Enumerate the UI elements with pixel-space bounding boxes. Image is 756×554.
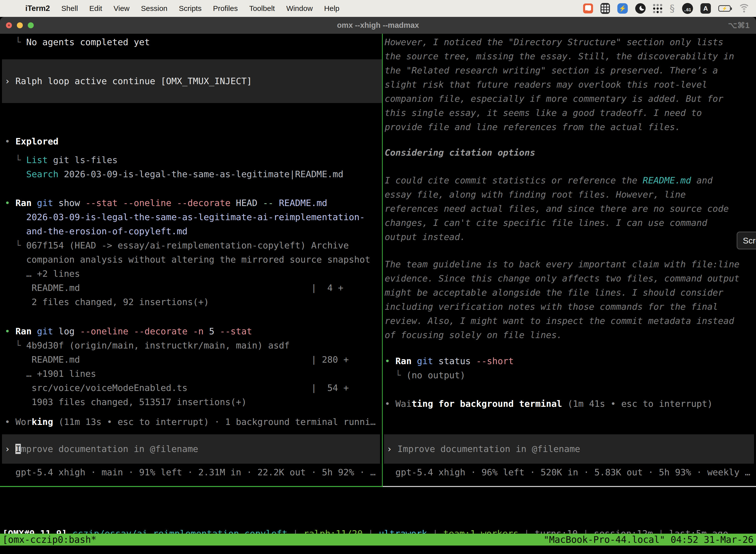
menu-item-scripts[interactable]: Scripts [179, 0, 202, 17]
grid-shield-icon[interactable] [601, 3, 610, 14]
tool-call-git-log: • Ran git log --oneline --decorate -n 5 … [0, 324, 349, 409]
right-agent-pane[interactable]: However, I noticed the "Directory Struct… [383, 34, 756, 521]
zoom-button[interactable] [28, 22, 34, 28]
battery-bolt-icon: ⚡ [722, 6, 727, 11]
macos-menu-bar: iTerm2 Shell Edit View Session Scripts P… [0, 0, 756, 17]
input-source-icon[interactable]: A [700, 3, 711, 14]
prompt-input-left[interactable]: › Improve documentation in @filename [2, 434, 380, 464]
zap-badge-icon[interactable]: ⚡ [617, 3, 628, 14]
working-status-line: • Working (11m 13s • esc to interrupt) ·… [0, 415, 376, 429]
squiggle-icon[interactable]: § [670, 3, 675, 14]
minimize-button[interactable] [17, 22, 23, 28]
terminal-content: └ No agents completed yet › Ralph loop a… [0, 34, 756, 554]
battery-percent-icon[interactable]: ..61 [682, 3, 693, 14]
close-button[interactable] [6, 22, 12, 28]
explored-header: • Explored [0, 134, 59, 149]
tmux-session-label[interactable]: [omx-cczip0:bash* [2, 535, 97, 545]
model-status-line-right: gpt-5.4 xhigh · 96% left · 520K in · 5.8… [383, 465, 750, 479]
tool-call-git-show: • Ran git show --stat --oneline --decora… [0, 196, 370, 309]
window-shortcut: ⌥⌘1 [728, 20, 750, 30]
thinking-paragraph-2: I could cite commit statistics or refere… [383, 173, 729, 244]
agents-status-line: └ No agents completed yet [0, 35, 150, 49]
battery-icon[interactable]: ⚡ [718, 5, 731, 12]
menu-status-icons: ⚡ § ..61 A ⚡ [583, 3, 756, 14]
thinking-paragraph-3: The team guideline is to back every impo… [383, 257, 739, 342]
model-status-line-left: gpt-5.4 xhigh · main · 91% left · 2.31M … [0, 465, 376, 479]
chat-app-icon[interactable] [583, 3, 593, 13]
wifi-icon[interactable] [738, 4, 750, 13]
window-title: omx --xhigh --madmax [337, 21, 419, 30]
right-pane-bottom-border [383, 486, 756, 487]
menu-item-edit[interactable]: Edit [89, 0, 102, 17]
menu-item-toolbelt[interactable]: Toolbelt [249, 0, 275, 17]
screen-share-overlay[interactable]: Scre [737, 232, 756, 250]
dark-mode-icon[interactable] [635, 3, 646, 14]
thinking-paragraph-1: However, I noticed the "Directory Struct… [383, 35, 734, 134]
tmux-status-bar: [omx-cczip0:bash* "MacBook-Pro-44.local"… [0, 534, 756, 546]
menu-item-help[interactable]: Help [324, 0, 339, 17]
menu-item-view[interactable]: View [114, 0, 129, 17]
left-pane-bottom-border [0, 486, 382, 487]
menu-item-window[interactable]: Window [286, 0, 313, 17]
thinking-heading: Considering citation options [383, 146, 535, 160]
ralph-loop-box: › Ralph loop active continue [OMX_TMUX_I… [2, 59, 382, 103]
menu-item-shell[interactable]: Shell [61, 0, 78, 17]
tmux-host-clock: "MacBook-Pro-44.local" 04:52 31-Mar-26 [544, 535, 754, 545]
menu-items: iTerm2 Shell Edit View Session Scripts P… [25, 0, 339, 17]
menu-item-profiles[interactable]: Profiles [213, 0, 238, 17]
dots-grid-icon[interactable] [653, 4, 662, 13]
waiting-status-line: • Waiting for background terminal (1m 41… [383, 397, 712, 411]
tool-call-git-status: • Ran git status --short └ (no output) [383, 354, 514, 382]
screen-share-overlay-text: Scre [743, 236, 756, 245]
window-title-bar: omx --xhigh --madmax ⌥⌘1 [0, 17, 756, 34]
traffic-lights [0, 22, 34, 28]
menu-item-session[interactable]: Session [141, 0, 168, 17]
prompt-input-right[interactable]: › Improve documentation in @filename [384, 434, 754, 464]
left-agent-pane[interactable]: └ No agents completed yet › Ralph loop a… [0, 34, 382, 521]
explored-detail: └ List git ls-files Search 2026-03-09-is… [0, 153, 343, 181]
menu-item-iterm2[interactable]: iTerm2 [25, 0, 50, 17]
